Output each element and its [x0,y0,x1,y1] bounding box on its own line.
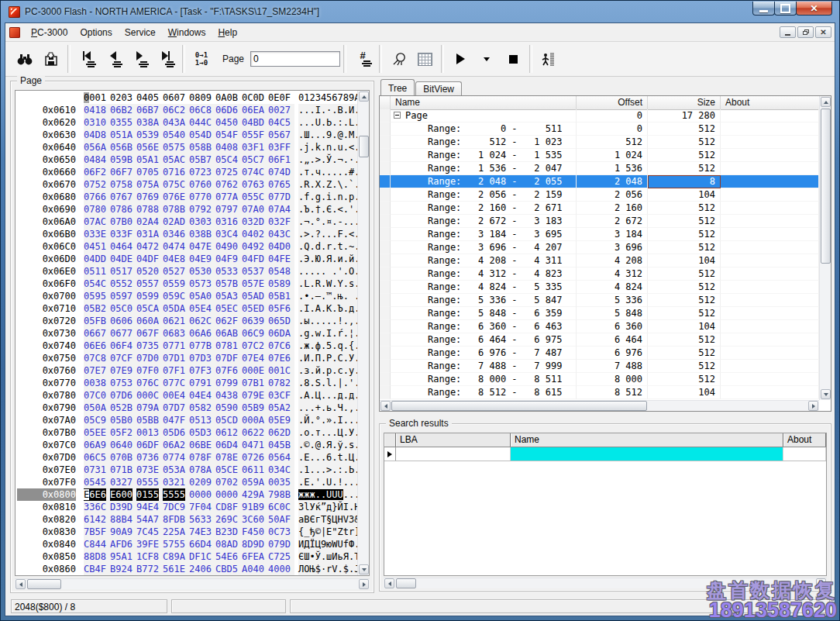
hex-row[interactable]: 0x06D004DD04DE04DF04E804E904F904FD04FE.Э… [17,253,357,265]
last-page-button[interactable] [153,44,179,74]
hex-row[interactable]: 0x07B005EE05F2001305D605D306120622062D.о… [17,426,357,439]
hex-row[interactable]: 0x072005FB0606060A0621062C062F0639065D.ы… [17,315,357,327]
title-bar[interactable]: PC-3000 Flash - NORTH AMERICA - [Task - … [2,2,838,22]
exit-button[interactable] [535,44,562,74]
scrollbar-thumb[interactable] [391,401,647,411]
menu-item-pc-3000[interactable]: PC-3000 [25,25,74,40]
tree-row[interactable]: Range: 4 312 - 4 8234 312512 [380,267,819,281]
scroll-down-button[interactable] [359,564,369,574]
hex-row[interactable]: 0x075007C807CF07D007D107D307DF07E407E6.И… [17,352,357,364]
hex-horizontal-scrollbar[interactable] [15,578,370,589]
tree-root-row[interactable]: Page017 280 [380,109,819,122]
start-options-dropdown[interactable] [473,44,500,74]
hex-row[interactable]: 0x063004D8051A05390540054D054F055F0567.Ш… [17,129,357,141]
hex-row[interactable]: 0x06B0033E033F031A0346038B03C40402043C.>… [17,228,357,240]
previous-page-button[interactable] [100,44,126,74]
first-page-button[interactable] [74,44,100,74]
hex-row[interactable]: 0x076007E707E907F007F107F307F6000E001C.з… [17,364,357,377]
hex-row[interactable]: 0x067007520758075A075C0760076207630765.R… [17,178,357,191]
scroll-right-button[interactable] [816,578,826,588]
scrollbar-thumb[interactable] [821,109,831,264]
scroll-left-button[interactable] [15,579,26,589]
hex-row[interactable]: 0x074006E606F407350771077B078107C207C6.ж… [17,340,357,352]
page-input[interactable] [250,51,340,67]
save-button[interactable] [38,44,64,74]
hex-row[interactable]: 0x073006670677067F068306A606AB06C906DA.g… [17,327,357,340]
mdi-restore-button[interactable] [797,26,814,38]
tree-row[interactable]: Range: 8 512 - 8 6158 512104 [380,386,819,399]
scroll-up-button[interactable] [359,91,369,102]
scroll-right-button[interactable] [808,401,818,411]
tree-row[interactable]: Range: 3 184 - 3 6953 184512 [380,228,819,241]
hex-row[interactable]: 0x0820614288B454A78FDB5633269C3C6050AFaB… [17,513,357,526]
collapse-icon[interactable] [394,112,401,119]
search-horizontal-scrollbar[interactable] [384,578,827,588]
next-page-button[interactable] [126,44,153,74]
tree-row[interactable]: Range: 8 000 - 8 5118 000512 [380,373,819,386]
scroll-up-button[interactable] [821,97,831,107]
grid-view-button[interactable] [411,44,438,74]
hex-row[interactable]: 0x07E00731071B073E053A078A05CE0611034C.1… [17,464,357,476]
hex-row[interactable]: 0x0700059505970599059C05A005A305AD05B1.•… [17,290,357,302]
tree-row[interactable]: Range: 2 672 - 3 1832 672512 [380,215,819,228]
start-button[interactable] [447,44,473,74]
hex-row[interactable]: 0x062003100355038A043A044C045004BD04C5..… [17,116,357,129]
hex-row[interactable]: 0x06C00451046404720474047E0490049204D0.Q… [17,240,357,253]
hex-row[interactable]: 0x08307B5F90A97C45225A74E3B23DF4500C73{_… [17,526,357,538]
hex-viewer[interactable]: 000102030405060708090A0B0C0D0E0F01234567… [15,90,370,576]
tree-row[interactable]: Range: 6 976 - 7 4876 976512 [380,347,819,360]
search-cell-lba[interactable] [396,447,511,461]
search-cell-name[interactable] [511,447,783,461]
tree-row[interactable]: Range: 2 056 - 2 1592 056104 [380,188,819,202]
hex-row[interactable]: 0x06A007AC07B002A402AD03030316032D032F.¬… [17,216,357,228]
tree-horizontal-scrollbar[interactable] [380,400,819,411]
tree-row[interactable]: Range: 4 208 - 4 3114 208104 [380,254,819,267]
hex-row[interactable]: 0x0690078007860788078B0792079707A007A4.Ъ… [17,203,357,216]
tree-row[interactable]: Range: 6 464 - 6 9756 464512 [380,333,819,347]
tree-row[interactable]: Range: 5 336 - 5 8475 336512 [380,294,819,307]
tree-row[interactable]: Range: 5 848 - 6 3595 848512 [380,307,819,320]
tab-tree[interactable]: Tree [380,79,415,95]
close-button[interactable]: ✕ [796,2,832,16]
scroll-left-button[interactable] [384,578,394,588]
tree-row[interactable]: Range: 2 048 - 2 0552 0488 [380,175,819,188]
tree-row[interactable]: Range: 2 160 - 2 6712 160512 [380,202,819,215]
find-button[interactable] [12,44,38,74]
hex-row[interactable]: 0x06500484059B05A105AC05B705C405C706F1.„… [17,154,357,166]
hex-row[interactable]: 0x0840C844AFD639FE575566D408AD8D9D079DИД… [17,538,357,550]
hex-vertical-scrollbar[interactable] [357,91,369,575]
hex-row[interactable]: 0x06E005110517052005270530053305370548..… [17,265,357,278]
hex-row[interactable]: 0x06F0054C0552055705590573057B057E0589.L… [17,278,357,290]
hex-row[interactable]: 0x07A005C905B005BB047F051305CD000A05E9.Й… [17,414,357,426]
hex-row[interactable]: 0x066006F206F70705071607230725074C074D.т… [17,166,357,178]
hex-row[interactable]: 0x0860CB4FB924B772561E2406CBD5A0404000ЛО… [17,563,357,575]
scrollbar-thumb[interactable] [359,136,369,157]
tree-row[interactable]: Range: 1 024 - 1 5351 024512 [380,149,819,162]
tree-row[interactable]: Range: 6 360 - 6 4636 360104 [380,320,819,333]
hex-row[interactable]: 0x07D006C5070B07360774078F078E07260564.Е… [17,451,357,464]
scrollbar-thumb[interactable] [396,578,416,588]
tree-row[interactable]: Range: 512 - 1 023512512 [380,136,819,149]
hex-row[interactable]: 0x07C006A9064006DF06A206BE06D40471045B.©… [17,439,357,451]
hex-row[interactable]: 0x077000380753076C077C0791079907B10782.8… [17,377,357,389]
tree-row[interactable]: Range: 0 - 5110512 [380,122,819,136]
hex-row[interactable]: 0x0680076607670769076E0770077A055C077D.f… [17,191,357,203]
hex-row[interactable]: 0x0790050A052B079A07D70582059005B905A2..… [17,402,357,414]
minimize-button[interactable] [752,2,775,16]
hex-row[interactable]: 0x0640056A056B056E0575058B040803F103FF.j… [17,141,357,154]
tree-vertical-scrollbar[interactable] [819,96,831,400]
tree-row[interactable]: Range: 7 488 - 7 9997 488512 [380,360,819,373]
tree-row[interactable]: Range: 1 536 - 2 0471 536512 [380,162,819,175]
hex-row[interactable]: 0x0800E6E6E6000155555500000000429A798Bжж… [17,488,357,501]
tree-row[interactable]: Range: 4 824 - 5 3354 824512 [380,281,819,294]
invert-bits-button[interactable]: 0→11→0 [188,44,215,74]
hex-row[interactable]: 0x078007C007D6000C00E404E40438079E03CF.А… [17,389,357,402]
scroll-right-button[interactable] [359,579,369,589]
numbers-button[interactable]: # [349,44,376,74]
preview-button[interactable] [385,44,411,74]
menu-item-service[interactable]: Service [119,25,162,40]
hex-row[interactable]: 0x07F0054503270555032102090702059A0035.E… [17,476,357,488]
hex-row[interactable]: 0x071005B205C005CA05DA05E405EC05ED05F6.I… [17,302,357,315]
scroll-down-button[interactable] [821,389,831,399]
tree-row[interactable]: Range: 3 696 - 4 2073 696512 [380,241,819,254]
